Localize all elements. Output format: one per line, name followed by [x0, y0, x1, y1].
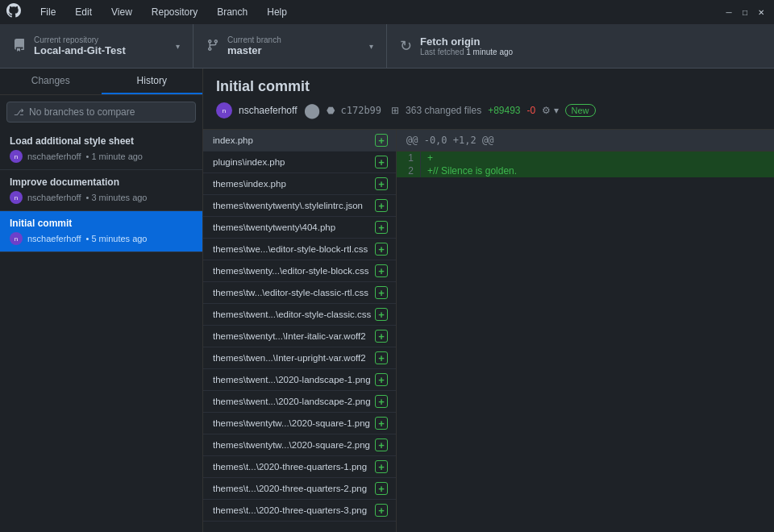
file-name: themes\index.php [213, 179, 286, 189]
repo-icon [13, 39, 26, 54]
commit-detail-avatar: n [216, 102, 232, 118]
file-row[interactable]: themes\twentytw...\2020-square-2.png+ [203, 434, 396, 456]
commit-time-1: • 3 minutes ago [85, 193, 147, 202]
diff-panel: @@ -0,0 +1,2 @@ 1+2+// Silence is golden… [397, 130, 774, 532]
menu-view[interactable]: View [108, 5, 135, 19]
file-row[interactable]: themes\twentytw...\2020-square-1.png+ [203, 413, 396, 434]
menu-edit[interactable]: Edit [72, 5, 95, 19]
avatar-1: n [10, 191, 23, 204]
file-name: themes\t...\2020-three-quarters-3.png [213, 505, 367, 515]
file-row[interactable]: themes\tw...\editor-style-classic-rtl.cs… [203, 282, 396, 304]
file-row[interactable]: themes\index.php+ [203, 173, 396, 195]
file-row[interactable]: themes\twent...\2020-landscape-2.png+ [203, 391, 396, 413]
repo-chevron-icon: ▾ [176, 42, 180, 51]
close-button[interactable]: ✕ [755, 6, 768, 19]
menu-branch[interactable]: Branch [214, 5, 251, 19]
file-name: themes\twentyt...\Inter-italic-var.woff2 [213, 331, 366, 341]
file-name: themes\t...\2020-three-quarters-1.png [213, 462, 367, 472]
file-row[interactable]: themes\twentytwenty\.stylelintrc.json+ [203, 195, 396, 217]
titlebar-left: File Edit View Repository Branch Help [6, 3, 290, 22]
current-repo-button[interactable]: Current repository Local-and-Git-Test ▾ [0, 24, 194, 68]
files-changed-icon: ⊞ [391, 105, 399, 116]
file-name: themes\t...\2020-three-quarters-2.png [213, 484, 367, 493]
tab-bar: Changes History [0, 69, 202, 95]
file-add-icon: + [375, 221, 388, 234]
github-logo-icon [6, 3, 21, 22]
diff-line-num: 1 [397, 152, 421, 164]
file-add-icon: + [375, 243, 388, 256]
tab-history[interactable]: History [102, 69, 203, 94]
tab-changes[interactable]: Changes [0, 69, 102, 94]
commit-author-0: nschaeferhoff [27, 152, 81, 161]
file-add-icon: + [375, 156, 388, 168]
file-add-icon: + [375, 417, 388, 430]
file-row[interactable]: index.php+ [203, 130, 396, 152]
file-add-icon: + [375, 308, 388, 321]
commit-time-0: • 1 minute ago [85, 152, 143, 161]
menu-file[interactable]: File [37, 5, 59, 19]
file-row[interactable]: themes\t...\2020-three-quarters-3.png+ [203, 500, 396, 522]
file-add-icon: + [375, 177, 388, 190]
commit-stat-minus: -0 [527, 105, 536, 116]
file-add-icon: + [375, 482, 388, 495]
commit-list: Load additional style sheet n nschaeferh… [0, 129, 202, 532]
file-row[interactable]: themes\t...\2020-three-quarters-2.png+ [203, 478, 396, 500]
settings-icon[interactable]: ⚙ ▾ [542, 105, 558, 116]
file-name: themes\twe...\editor-style-block-rtl.css [213, 244, 368, 254]
commit-meta-2: n nschaeferhoff • 5 minutes ago [10, 232, 193, 245]
branch-compare-icon: ⎇ [14, 107, 24, 118]
repo-name: Local-and-Git-Test [34, 44, 126, 56]
branch-compare-input[interactable]: ⎇ No branches to compare [6, 102, 196, 123]
file-name: themes\twenty...\editor-style-block.css [213, 266, 368, 276]
file-name: themes\twentytw...\2020-square-2.png [213, 440, 370, 450]
titlebar-menu: File Edit View Repository Branch Help [37, 5, 290, 19]
menu-repository[interactable]: Repository [148, 5, 201, 19]
file-name: themes\twentytw...\2020-square-1.png [213, 418, 370, 428]
fetch-label: Fetch origin [420, 35, 513, 48]
diff-header: @@ -0,0 +1,2 @@ [397, 130, 774, 152]
repo-label: Current repository [34, 35, 126, 44]
commit-title-2: Initial commit [10, 218, 193, 229]
commit-author-2: nschaeferhoff [27, 234, 81, 243]
file-name: themes\twentytwenty\404.php [213, 222, 335, 232]
commit-meta-1: n nschaeferhoff • 3 minutes ago [10, 191, 193, 204]
file-add-icon: + [375, 395, 388, 408]
commit-item-0[interactable]: Load additional style sheet n nschaeferh… [0, 129, 202, 170]
file-name: themes\twentytwenty\.stylelintrc.json [213, 201, 363, 210]
file-name: themes\twent...\editor-style-classic.css [213, 310, 371, 319]
commit-files-changed: 363 changed files [406, 105, 481, 116]
file-name: themes\twent...\2020-landscape-2.png [213, 397, 371, 406]
avatar-2: n [10, 232, 23, 245]
file-row[interactable]: plugins\index.php+ [203, 152, 396, 173]
menu-help[interactable]: Help [264, 5, 290, 19]
commit-meta-row: n nschaeferhoff ⬤ ⬣ c172b99 ⊞ 363 change… [216, 102, 761, 119]
file-row[interactable]: themes\twentyt...\Inter-italic-var.woff2… [203, 326, 396, 347]
file-row[interactable]: themes\twe...\editor-style-block-rtl.css… [203, 239, 396, 260]
file-add-icon: + [375, 286, 388, 299]
fetch-text: Fetch origin Last fetched 1 minute ago [420, 35, 513, 56]
diff-line: 2+// Silence is golden. [397, 164, 774, 177]
commit-detail-author: nschaeferhoff [239, 105, 298, 116]
file-row[interactable]: themes\t...\2020-three-quarters-1.png+ [203, 456, 396, 478]
file-list: index.php+plugins\index.php+themes\index… [203, 130, 397, 532]
file-name: themes\twen...\Inter-upright-var.woff2 [213, 353, 366, 363]
file-row[interactable]: themes\twent...\2020-landscape-1.png+ [203, 369, 396, 391]
commit-item-1[interactable]: Improve documentation n nschaeferhoff • … [0, 170, 202, 211]
fetch-origin-button[interactable]: ↻ Fetch origin Last fetched 1 minute ago [387, 24, 774, 68]
current-branch-button[interactable]: Current branch master ▾ [194, 24, 387, 68]
left-panel: Changes History ⎇ No branches to compare… [0, 69, 203, 532]
diff-lines: 1+2+// Silence is golden. [397, 152, 774, 177]
window-controls: ─ □ ✕ [722, 6, 768, 19]
file-row[interactable]: themes\twent...\editor-style-classic.css… [203, 304, 396, 326]
file-name: themes\tw...\editor-style-classic-rtl.cs… [213, 288, 368, 297]
minimize-button[interactable]: ─ [722, 6, 735, 19]
commit-stat-plus: +89493 [488, 105, 520, 116]
file-row[interactable]: themes\twentytwenty\404.php+ [203, 217, 396, 239]
commit-meta-0: n nschaeferhoff • 1 minute ago [10, 150, 193, 163]
file-row[interactable]: themes\twenty...\editor-style-block.css+ [203, 260, 396, 282]
fetch-sub: Last fetched 1 minute ago [420, 48, 513, 56]
maximize-button[interactable]: □ [739, 6, 751, 19]
file-row[interactable]: themes\twen...\Inter-upright-var.woff2+ [203, 347, 396, 369]
branch-compare-placeholder: No branches to compare [29, 106, 135, 118]
commit-item-2[interactable]: Initial commit n nschaeferhoff • 5 minut… [0, 211, 202, 252]
